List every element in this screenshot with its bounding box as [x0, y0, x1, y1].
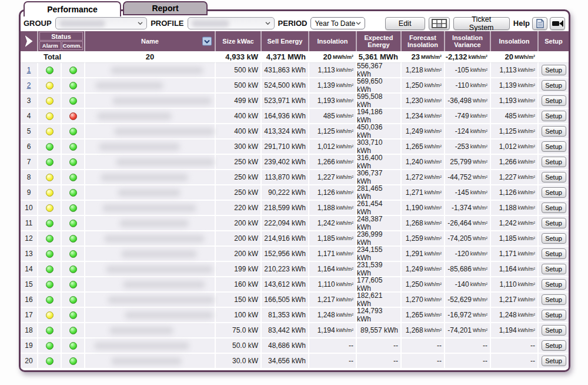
comm-status-led	[69, 342, 77, 350]
period-select[interactable]: Year To Date	[310, 17, 365, 29]
setup-button[interactable]: Setup	[542, 233, 566, 244]
setup-button[interactable]: Setup	[542, 95, 566, 106]
tab-performance[interactable]: Performance	[24, 1, 121, 16]
total-label: Total	[21, 51, 85, 63]
site-name-redacted	[123, 281, 205, 288]
insolation-variance-value: -74,201Wh/m²	[445, 323, 491, 338]
setup-button[interactable]: Setup	[542, 157, 566, 167]
table-row: 12 200 kW 214,916 kWh 1,185kWh/m² 236,99…	[21, 231, 569, 247]
setup-button[interactable]: Setup	[542, 187, 566, 198]
size-kwac-value: 200 kW	[216, 231, 262, 247]
setup-button[interactable]: Setup	[542, 203, 566, 213]
expected-energy-value: 231,539 kWh	[357, 262, 402, 277]
alarm-status-led	[46, 143, 54, 151]
alarm-status-led	[46, 82, 54, 89]
alarm-status-led	[46, 296, 54, 304]
alarm-status-led	[46, 128, 54, 135]
insolation-value: 485kWh/m²	[309, 109, 357, 124]
insolation-variance-value: -140kWh/m²	[445, 277, 491, 293]
group-select[interactable]	[55, 17, 148, 29]
row-number-link: 10	[25, 204, 32, 212]
setup-button[interactable]: Setup	[542, 218, 566, 228]
row-number-link: 20	[25, 357, 32, 365]
setup-button[interactable]: Setup	[542, 141, 566, 152]
setup-button[interactable]: Setup	[542, 294, 566, 305]
grid-view-button[interactable]	[429, 17, 450, 30]
table-row: 19 50.0 kW 48,686 kWh -- -- -- -- -- Set…	[21, 338, 569, 354]
comm-status-led	[69, 281, 77, 288]
ticket-system-button[interactable]: Ticket System	[453, 17, 510, 30]
insolation-value: 1,171kWh/m²	[309, 247, 357, 262]
video-help-button[interactable]	[550, 17, 565, 30]
sell-energy-value: 524,500 kWh	[262, 78, 309, 94]
alarm-status-led	[46, 204, 54, 212]
insolation2-value: 1,171kWh/m²	[491, 247, 539, 262]
setup-button[interactable]: Setup	[542, 80, 566, 91]
setup-button[interactable]: Setup	[542, 340, 566, 351]
row-number-link[interactable]: 2	[27, 81, 31, 89]
site-name-redacted	[106, 265, 213, 273]
setup-button[interactable]: Setup	[542, 172, 566, 182]
comm-subheader: Comm.	[62, 41, 83, 50]
setup-button[interactable]: Setup	[542, 356, 566, 366]
setup-button[interactable]: Setup	[542, 111, 566, 121]
insolation-variance-value: -145kWh/m²	[445, 185, 491, 201]
expected-energy-value: 450,036 kWh	[357, 124, 402, 140]
expected-energy-value: 556,367 kWh	[357, 63, 402, 78]
total-insolation: 20MWh/m²	[309, 51, 357, 63]
profile-select[interactable]	[188, 17, 275, 29]
row-marker-header	[21, 31, 38, 51]
setup-button[interactable]: Setup	[542, 126, 566, 137]
grid-view-icon	[432, 19, 447, 28]
insolation2-value: --	[491, 338, 539, 354]
insolation-value: 1,139kWh/m²	[309, 78, 357, 94]
comm-status-led	[69, 204, 77, 212]
name-sort-button[interactable]	[202, 37, 212, 46]
row-number-link: 9	[27, 188, 31, 197]
alarm-status-led	[46, 189, 54, 197]
insolation2-value: 1,242kWh/m²	[491, 216, 539, 231]
table-row: 8 250 kW 113,870 kWh 1,227kWh/m² 306,737…	[21, 170, 569, 185]
expected-energy-value: 182,621 kWh	[357, 293, 402, 308]
edit-button[interactable]: Edit	[385, 17, 425, 30]
row-number-link: 11	[25, 219, 32, 227]
insolation-variance-value: -124kWh/m²	[445, 124, 491, 140]
forecast-insolation-value: 1,271kWh/m²	[402, 185, 445, 201]
setup-button[interactable]: Setup	[542, 248, 566, 259]
row-number-link: 13	[25, 250, 32, 258]
site-name-redacted	[102, 204, 196, 212]
table-row: 17 100 kW 81,353 kWh 1,248kWh/m² 124,793…	[21, 308, 569, 323]
sell-energy-value: 523,971 kWh	[262, 94, 309, 109]
setup-button[interactable]: Setup	[542, 279, 566, 290]
profile-value-redacted	[192, 20, 229, 27]
group-value-redacted	[59, 20, 105, 27]
insolation-value: 1,110kWh/m²	[309, 277, 357, 293]
setup-button[interactable]: Setup	[542, 65, 566, 75]
insolation-variance-value: -26,464Wh/m²	[445, 216, 491, 231]
insolation-variance-value: -110kWh/m²	[445, 78, 491, 94]
site-name-redacted	[109, 327, 173, 334]
setup-button[interactable]: Setup	[542, 325, 566, 336]
comm-status-led	[69, 82, 77, 89]
insolation-variance-value: -105kWh/m²	[445, 63, 491, 78]
status-header: Status	[39, 32, 83, 41]
size-kwac-value: 150 kW	[216, 293, 262, 308]
comm-status-led	[69, 235, 77, 243]
document-help-button[interactable]	[532, 17, 547, 30]
insolation-variance-header: Insolation Variance	[445, 31, 491, 51]
row-number-link: 15	[25, 280, 32, 288]
site-name-redacted	[99, 143, 180, 151]
insolation2-value: --	[491, 354, 539, 369]
tab-report[interactable]: Report	[123, 1, 208, 15]
forecast-insolation-value: 1,265kWh/m²	[402, 308, 445, 323]
setup-button[interactable]: Setup	[542, 310, 566, 320]
insolation2-value: 1,113kWh/m²	[491, 63, 539, 78]
row-number-link[interactable]: 1	[27, 66, 31, 74]
row-number-link: 5	[27, 127, 31, 135]
setup-button[interactable]: Setup	[542, 264, 566, 274]
insolation-value: 1,126kWh/m²	[309, 185, 357, 201]
table-row: 13 200 kW 152,956 kWh 1,171kWh/m² 234,15…	[21, 247, 569, 262]
table-row: 1 500 kW 431,863 kWh 1,113kWh/m² 556,367…	[21, 63, 569, 78]
insolation-variance-value: -16,972Wh/m²	[445, 308, 491, 323]
size-kwac-value: 500 kW	[216, 78, 262, 94]
